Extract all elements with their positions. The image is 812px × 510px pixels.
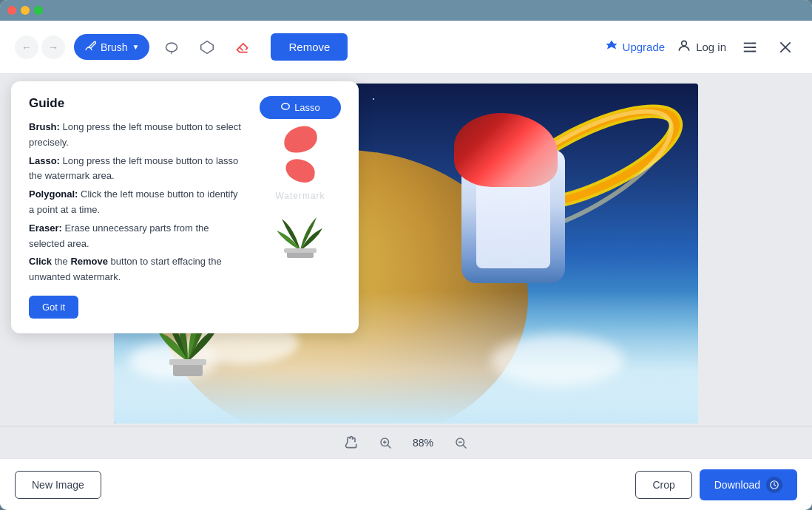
crop-button[interactable]: Crop <box>635 471 691 499</box>
svg-point-13 <box>282 103 290 109</box>
plant-preview <box>271 210 330 261</box>
minimize-dot[interactable] <box>21 6 30 15</box>
user-icon <box>677 38 691 55</box>
svg-point-2 <box>682 41 687 46</box>
star2 <box>373 98 374 100</box>
app-window: ← → Brush ▼ <box>0 0 812 510</box>
click-label-guide: Click <box>29 256 52 267</box>
top-toolbar: ← → Brush ▼ <box>0 21 812 74</box>
upgrade-icon <box>605 39 618 55</box>
login-label: Log in <box>696 41 726 53</box>
guide-popup: Guide Brush: Long press the left mouse b… <box>11 81 359 333</box>
lasso-instruction: Long press the left mouse button to lass… <box>29 155 238 182</box>
lasso-preview-button[interactable]: Lasso <box>260 96 341 119</box>
zoom-in-button[interactable] <box>374 432 396 454</box>
remove-word-guide: Remove <box>70 256 108 267</box>
upgrade-button[interactable]: Upgrade <box>605 39 666 55</box>
zoom-level: 88% <box>408 437 438 449</box>
guide-text-area: Guide Brush: Long press the left mouse b… <box>29 96 245 319</box>
brush-icon <box>84 40 96 54</box>
cloud3 <box>491 335 624 387</box>
download-label: Download <box>714 479 760 491</box>
zoom-out-button[interactable] <box>450 432 472 454</box>
char-hair <box>454 113 558 187</box>
lasso-btn-label: Lasso <box>294 102 320 113</box>
got-it-button[interactable]: Got it <box>29 296 78 319</box>
svg-marker-1 <box>201 41 214 53</box>
bottom-bar: New Image Crop Download <box>0 458 812 510</box>
svg-rect-12 <box>169 359 206 365</box>
brush-instruction: Long press the left mouse button to sele… <box>29 121 241 148</box>
brush-mark-1 <box>282 125 318 154</box>
maximize-dot[interactable] <box>34 6 43 15</box>
got-it-label: Got it <box>42 302 65 313</box>
main-content: watermark Guide Brush: Long press the le… <box>0 74 812 426</box>
login-button[interactable]: Log in <box>677 38 726 55</box>
lasso-label-guide: Lasso: <box>29 155 60 166</box>
remove-button[interactable]: Remove <box>271 33 348 61</box>
close-button[interactable] <box>774 35 797 59</box>
window-controls <box>7 6 43 15</box>
guide-preview: Lasso Watermark <box>260 96 341 319</box>
svg-point-0 <box>166 43 177 52</box>
watermark-preview-text: Watermark <box>275 191 325 201</box>
svg-line-17 <box>388 445 390 448</box>
eraser-tool-button[interactable] <box>229 34 256 61</box>
guide-text: Brush: Long press the left mouse button … <box>29 120 245 285</box>
download-button[interactable]: Download <box>700 469 797 500</box>
svg-rect-15 <box>284 248 317 253</box>
status-bar: 88% <box>0 426 812 458</box>
title-bar <box>0 0 812 21</box>
upgrade-label: Upgrade <box>623 41 666 53</box>
top-bar-right: Upgrade Log in <box>605 35 797 59</box>
eraser-label-guide: Eraser: <box>29 222 62 234</box>
polygonal-tool-button[interactable] <box>194 34 220 61</box>
hand-tool-button[interactable] <box>340 432 362 454</box>
download-timer <box>766 477 782 493</box>
brush-label-guide: Brush: <box>29 121 60 132</box>
brush-tool-button[interactable]: Brush ▼ <box>74 34 149 60</box>
brush-mark-2 <box>284 157 317 183</box>
nav-arrows: ← → <box>15 35 65 59</box>
brush-dropdown-icon: ▼ <box>132 43 140 51</box>
brush-label: Brush <box>101 41 128 53</box>
menu-button[interactable] <box>738 35 762 59</box>
svg-line-21 <box>463 445 466 448</box>
new-image-button[interactable]: New Image <box>15 471 101 499</box>
new-image-label: New Image <box>32 479 84 491</box>
preview-marks <box>284 126 317 182</box>
forward-button[interactable]: → <box>41 35 65 59</box>
crop-label: Crop <box>652 479 674 491</box>
guide-title: Guide <box>29 96 245 111</box>
polygonal-label-guide: Polygonal: <box>29 188 78 200</box>
lasso-circle-icon <box>280 101 291 114</box>
remove-label: Remove <box>288 41 330 53</box>
back-button[interactable]: ← <box>15 35 38 59</box>
close-dot[interactable] <box>7 6 16 15</box>
lasso-tool-button[interactable] <box>158 34 185 61</box>
click-instruction: the <box>55 256 68 267</box>
bottom-bar-right: Crop Download <box>635 469 797 500</box>
